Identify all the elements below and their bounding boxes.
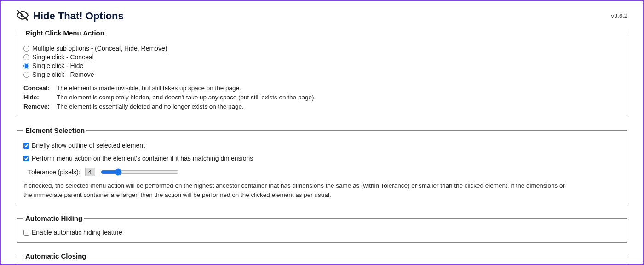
radio-single-hide-label: Single click - Hide xyxy=(32,62,83,70)
def-conceal-desc: The element is made invisible, but still… xyxy=(57,84,241,93)
def-remove: Remove: The element is essentially delet… xyxy=(23,102,621,111)
radio-multi-sub-label: Multiple sub options - (Conceal, Hide, R… xyxy=(32,44,167,53)
outline-check-label: Briefly show outline of selected element xyxy=(32,142,145,149)
radio-single-remove-input[interactable] xyxy=(23,72,29,78)
radio-single-remove[interactable]: Single click - Remove xyxy=(23,70,621,79)
options-page: Hide That! Options v3.6.2 Right Click Me… xyxy=(0,0,644,265)
radio-multi-sub-input[interactable] xyxy=(23,46,29,52)
radio-single-conceal-input[interactable] xyxy=(23,54,29,60)
right-click-radio-group: Multiple sub options - (Conceal, Hide, R… xyxy=(23,44,621,79)
def-remove-term: Remove: xyxy=(23,102,52,111)
right-click-legend: Right Click Menu Action xyxy=(23,29,106,37)
automatic-hiding-legend: Automatic Hiding xyxy=(23,214,84,222)
title-wrap: Hide That! Options xyxy=(17,9,124,23)
container-check-label: Perform menu action on the element's con… xyxy=(32,155,253,162)
tolerance-label: Tolerance (pixels): xyxy=(28,168,80,176)
container-help-text: If checked, the selected menu action wil… xyxy=(23,181,566,199)
automatic-closing-fieldset: Automatic Closing Enable automatic closi… xyxy=(17,252,627,265)
radio-single-conceal[interactable]: Single click - Conceal xyxy=(23,53,621,62)
def-hide-term: Hide: xyxy=(23,93,52,102)
element-selection-legend: Element Selection xyxy=(23,127,86,134)
def-conceal: Conceal: The element is made invisible, … xyxy=(23,84,621,93)
automatic-closing-legend: Automatic Closing xyxy=(23,252,88,260)
outline-check[interactable]: Briefly show outline of selected element xyxy=(23,142,621,149)
container-check-input[interactable] xyxy=(23,156,29,161)
eye-off-icon xyxy=(17,9,29,23)
tolerance-slider[interactable] xyxy=(101,168,179,176)
right-click-menu-fieldset: Right Click Menu Action Multiple sub opt… xyxy=(17,29,627,117)
def-remove-desc: The element is essentially deleted and n… xyxy=(57,102,244,111)
header: Hide That! Options v3.6.2 xyxy=(17,9,627,23)
auto-hiding-check[interactable]: Enable automatic hiding feature xyxy=(23,229,621,236)
radio-single-remove-label: Single click - Remove xyxy=(32,70,94,79)
definitions: Conceal: The element is made invisible, … xyxy=(23,84,621,112)
version-label: v3.6.2 xyxy=(611,12,627,19)
def-hide-desc: The element is completely hidden, and do… xyxy=(57,93,316,102)
auto-hiding-check-label: Enable automatic hiding feature xyxy=(32,229,122,236)
element-selection-fieldset: Element Selection Briefly show outline o… xyxy=(17,127,627,205)
page-title: Hide That! Options xyxy=(33,10,124,22)
def-hide: Hide: The element is completely hidden, … xyxy=(23,93,621,102)
radio-single-hide-input[interactable] xyxy=(23,63,29,69)
radio-multi-sub[interactable]: Multiple sub options - (Conceal, Hide, R… xyxy=(23,44,621,53)
radio-single-conceal-label: Single click - Conceal xyxy=(32,53,94,62)
def-conceal-term: Conceal: xyxy=(23,84,52,93)
auto-hiding-check-input[interactable] xyxy=(23,230,29,236)
automatic-hiding-fieldset: Automatic Hiding Enable automatic hiding… xyxy=(17,214,627,243)
radio-single-hide[interactable]: Single click - Hide xyxy=(23,62,621,70)
tolerance-value: 4 xyxy=(85,168,95,176)
container-check[interactable]: Perform menu action on the element's con… xyxy=(23,155,621,162)
tolerance-row: Tolerance (pixels): 4 xyxy=(28,167,621,177)
outline-check-input[interactable] xyxy=(23,143,29,149)
